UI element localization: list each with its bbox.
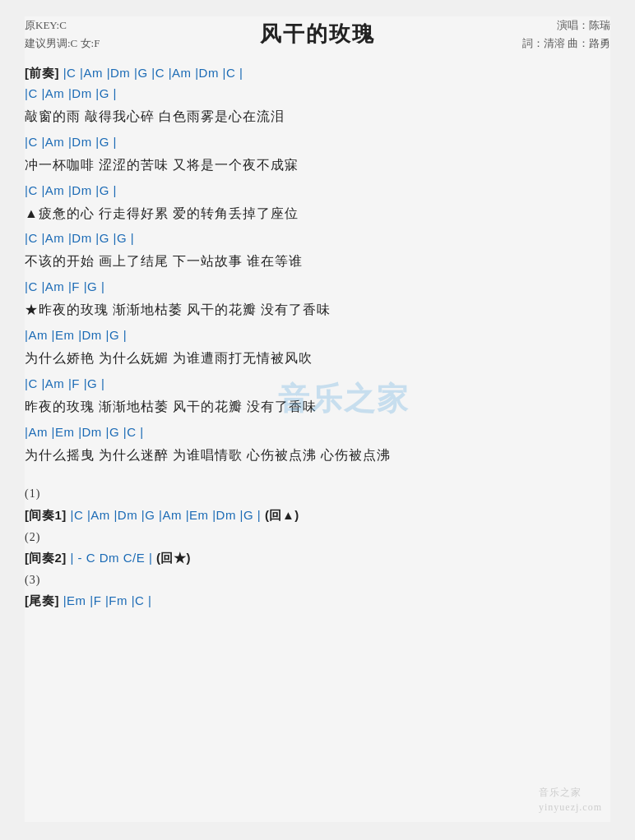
section-5: |C |Am |Dm |G | [25, 181, 610, 201]
section-20: (2) [25, 527, 610, 547]
section-12: 为什么娇艳 为什么妩媚 为谁遭雨打无情被风吹 [25, 347, 610, 371]
words-label: 詞：清溶 曲：路勇 [522, 35, 610, 53]
section-15: |Am |Em |Dm |G |C | [25, 422, 610, 442]
section-19: [间奏1] |C |Am |Dm |G |Am |Em |Dm |G | (回▲… [25, 505, 610, 525]
logo-name: 音乐之家 [539, 787, 582, 798]
section-7: |C |Am |Dm |G |G | [25, 228, 610, 248]
section-14: 昨夜的玫瑰 渐渐地枯萎 风干的花瓣 没有了香味 [25, 395, 610, 419]
section-2: 敲窗的雨 敲得我心碎 白色雨雾是心在流泪 [25, 105, 610, 129]
section-22: (3) [25, 570, 610, 590]
section-3: |C |Am |Dm |G | [25, 132, 610, 152]
meta-left: 原KEY:C 建议男调:C 女:F [25, 16, 100, 53]
section-23: [尾奏] |Em |F |Fm |C | [25, 591, 610, 611]
singer-label: 演唱：陈瑞 [522, 16, 610, 35]
section-21: [间奏2] | - C Dm C/E | (回★) [25, 548, 610, 568]
section-8: 不该的开始 画上了结尾 下一站故事 谁在等谁 [25, 250, 610, 274]
section-11: |Am |Em |Dm |G | [25, 325, 610, 345]
logo: 音乐之家 yinyuezj.com [539, 785, 602, 814]
section-10: ★昨夜的玫瑰 渐渐地枯萎 风干的花瓣 没有了香味 [25, 298, 610, 322]
section-1: |C |Am |Dm |G | [25, 84, 610, 104]
suggest-label: 建议男调:C 女:F [25, 35, 100, 53]
section-0: [前奏] |C |Am |Dm |G |C |Am |Dm |C | [25, 63, 610, 83]
meta-right: 演唱：陈瑞 詞：清溶 曲：路勇 [522, 16, 610, 53]
section-13: |C |Am |F |G | [25, 374, 610, 394]
page: 原KEY:C 建议男调:C 女:F 风干的玫瑰 演唱：陈瑞 詞：清溶 曲：路勇 … [25, 16, 610, 822]
header-area: 原KEY:C 建议男调:C 女:F 风干的玫瑰 演唱：陈瑞 詞：清溶 曲：路勇 [25, 16, 610, 48]
content-area: [前奏] |C |Am |Dm |G |C |Am |Dm |C | |C |A… [25, 63, 610, 611]
section-6: ▲疲惫的心 行走得好累 爱的转角丢掉了座位 [25, 202, 610, 226]
section-16: 为什么摇曳 为什么迷醉 为谁唱情歌 心伤被点沸 心伤被点沸 [25, 444, 610, 468]
logo-url: yinyuezj.com [539, 801, 602, 813]
section-9: |C |Am |F |G | [25, 277, 610, 297]
section-17 [25, 470, 610, 482]
section-4: 冲一杯咖啡 涩涩的苦味 又将是一个夜不成寐 [25, 154, 610, 178]
key-label: 原KEY:C [25, 16, 100, 35]
section-18: (1) [25, 483, 610, 504]
